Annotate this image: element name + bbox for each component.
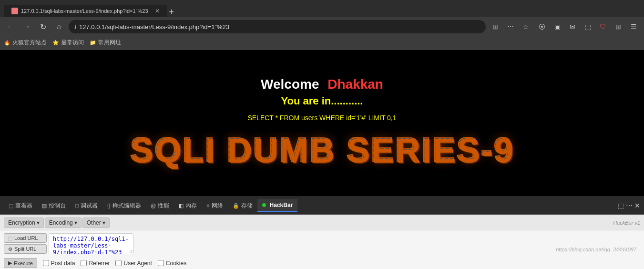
storage-icon: 🔒	[233, 203, 239, 209]
home-button[interactable]: ⌂	[52, 20, 66, 33]
tab-close-icon[interactable]: ✕	[155, 8, 160, 14]
welcome-line: Welcome Dhakkan	[261, 77, 383, 92]
user-agent-checkbox-label[interactable]: User Agent	[115, 260, 152, 267]
user-agent-label: User Agent	[123, 260, 152, 267]
page-content: Welcome Dhakkan You are in........... SE…	[0, 50, 644, 197]
split-url-button[interactable]: ⚙ Split URL	[4, 244, 47, 254]
hackbar-left-buttons: ⬚ Load URL ⚙ Split URL	[4, 233, 47, 254]
devtool-debugger[interactable]: □ 调试器	[71, 199, 102, 213]
tab-favicon	[11, 8, 18, 14]
back-button[interactable]: ←	[4, 20, 17, 33]
right-toolbar: ⦿ ▣ ✉ ⬚ 🛡 ⊞ ☰	[535, 20, 640, 33]
devtool-memory[interactable]: ◧ 内存	[174, 199, 202, 213]
tab-bar: 127.0.0.1/sqli-labs-master/Less-9/index.…	[0, 0, 644, 17]
extensions-button[interactable]: ⊞	[612, 20, 625, 33]
devtools-right-actions: ⬚ ⋯ ✕	[618, 202, 640, 209]
address-bar[interactable]: ℹ 127.0.0.1/sqli-labs-master/Less-9/inde…	[69, 20, 486, 33]
cookies-label: Cookies	[166, 260, 186, 267]
other-menu-label: Other	[87, 219, 101, 226]
split-url-icon: ⚙	[8, 247, 12, 252]
encoding-menu-button[interactable]: Encoding ▾	[45, 217, 82, 228]
address-text: 127.0.0.1/sqli-labs-master/Less-9/index.…	[79, 23, 480, 31]
nav-extra-buttons: ⊞ ⋯ ☆	[489, 20, 532, 33]
performance-icon: @	[151, 203, 156, 208]
sidebar-button[interactable]: ▣	[551, 20, 564, 33]
folder-icon: 📁	[90, 40, 96, 46]
debugger-icon: □	[75, 203, 79, 208]
memory-icon: ◧	[179, 203, 184, 209]
console-icon: ▤	[42, 203, 47, 209]
referrer-label: Referrer	[89, 260, 110, 267]
devtool-inspect[interactable]: ⬚ 查看器	[4, 199, 37, 213]
bookmark-common-label: 常用网址	[98, 39, 121, 47]
devtools-more-button[interactable]: ⋯	[626, 202, 633, 209]
devtool-storage-label: 存储	[241, 202, 253, 210]
title-label: SQLI DUMB SERIES-9	[130, 131, 514, 169]
devtools-close-button[interactable]: ✕	[634, 202, 640, 209]
bookmark-official-label: 火狐官方站点	[12, 39, 47, 47]
load-url-button[interactable]: ⬚ Load URL	[4, 233, 47, 243]
you-are-in: You are in...........	[281, 95, 363, 107]
load-url-label: Load URL	[14, 235, 38, 241]
forward-button[interactable]: →	[20, 20, 33, 33]
user-agent-checkbox[interactable]	[115, 260, 122, 266]
devtool-debugger-label: 调试器	[81, 202, 98, 210]
devtools-dock-button[interactable]: ⬚	[618, 202, 624, 209]
hackbar-tab-label: HackBar	[270, 202, 293, 208]
sql-query: SELECT * FROM users WHERE id='1'#' LIMIT…	[247, 114, 396, 122]
shield-button[interactable]: 🛡	[596, 20, 610, 33]
post-data-checkbox-label[interactable]: Post data	[43, 260, 75, 267]
screenshot-button[interactable]: ⬚	[581, 20, 594, 33]
cookies-checkbox-label[interactable]: Cookies	[158, 260, 186, 267]
devtool-style-editor[interactable]: {} 样式编辑器	[102, 199, 146, 213]
menu-button[interactable]: ☰	[627, 20, 640, 33]
url-input[interactable]	[49, 233, 133, 254]
execute-label: Execute	[14, 260, 33, 266]
devtool-inspect-label: 查看器	[15, 202, 32, 210]
new-tab-button[interactable]: +	[169, 7, 174, 17]
post-data-label: Post data	[51, 260, 75, 267]
execute-icon: ▶	[8, 260, 12, 266]
devtool-console[interactable]: ▤ 控制台	[37, 199, 71, 213]
brand-name: Dhakkan	[327, 77, 383, 92]
fire-icon: 🔥	[4, 40, 10, 46]
referrer-checkbox[interactable]	[81, 260, 87, 266]
bookmark-common[interactable]: 📁 常用网址	[90, 39, 121, 47]
hackbar-bottom-row: ▶ Execute Post data Referrer User Agent …	[0, 257, 644, 269]
referrer-checkbox-label[interactable]: Referrer	[81, 260, 110, 267]
other-menu-button[interactable]: Other ▾	[82, 217, 110, 228]
lock-icon: ℹ	[74, 24, 76, 30]
devtool-console-label: 控制台	[49, 202, 66, 210]
history-button[interactable]: ⦿	[535, 20, 549, 33]
encryption-menu-button[interactable]: Encryption ▾	[4, 217, 44, 228]
sqli-title: SQLI DUMB SERIES-9	[130, 130, 514, 169]
bookmark-frequent-label: 最常访问	[61, 39, 84, 47]
sqli-title-text: SQLI DUMB SERIES-9	[130, 130, 514, 169]
more-button[interactable]: ⋯	[504, 20, 517, 33]
url-hint: https://blog.csdn.net/qq_34444097	[556, 247, 636, 252]
bookmark-frequent[interactable]: ⭐ 最常访问	[52, 39, 84, 47]
devtools-bar: ⬚ 查看器 ▤ 控制台 □ 调试器 {} 样式编辑器 @ 性能 ◧ 内存 ≡ 网…	[0, 197, 644, 215]
bookmark-official[interactable]: 🔥 火狐官方站点	[4, 39, 47, 47]
bookmark-star-button[interactable]: ☆	[519, 20, 532, 33]
devtool-hackbar[interactable]: HackBar	[257, 199, 298, 212]
active-tab[interactable]: 127.0.0.1/sqli-labs-master/Less-9/index.…	[4, 5, 167, 17]
devtool-network[interactable]: ≡ 网络	[202, 199, 227, 213]
inspect-icon: ⬚	[9, 203, 13, 209]
hackbar-dot-icon	[262, 203, 266, 207]
devtool-storage[interactable]: 🔒 存储	[228, 199, 257, 213]
welcome-label: Welcome	[261, 77, 319, 92]
encryption-chevron-icon: ▾	[37, 219, 40, 226]
cookies-checkbox[interactable]	[158, 260, 164, 266]
split-url-label: Split URL	[14, 246, 36, 252]
execute-button[interactable]: ▶ Execute	[4, 258, 37, 268]
reload-button[interactable]: ↻	[36, 20, 50, 33]
share-button[interactable]: ✉	[566, 20, 579, 33]
hackbar-panel: Encryption ▾ Encoding ▾ Other ▾ HackBar …	[0, 215, 644, 269]
url-input-container: https://blog.csdn.net/qq_34444097	[49, 233, 640, 256]
devtool-performance[interactable]: @ 性能	[146, 199, 174, 213]
post-data-checkbox[interactable]	[43, 260, 49, 266]
reader-view-button[interactable]: ⊞	[489, 20, 502, 33]
tab-title: 127.0.0.1/sqli-labs-master/Less-9/index.…	[21, 8, 148, 14]
nav-bar: ← → ↻ ⌂ ℹ 127.0.0.1/sqli-labs-master/Les…	[0, 17, 644, 36]
